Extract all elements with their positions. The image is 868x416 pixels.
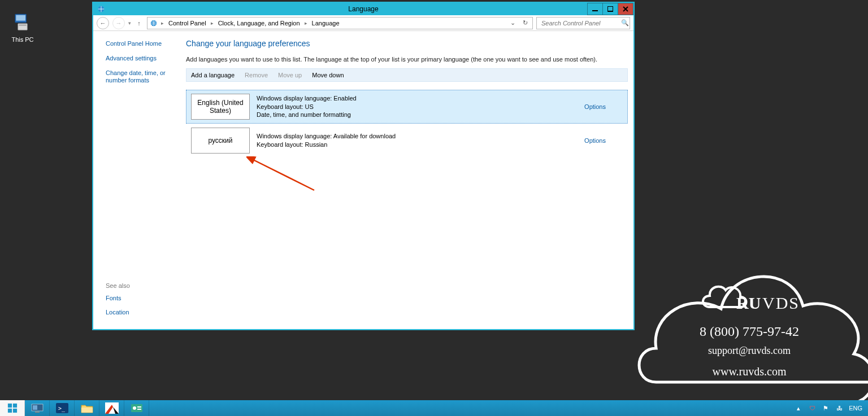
svg-rect-27 — [137, 406, 141, 408]
svg-rect-16 — [7, 409, 11, 413]
language-tile: English (United States) — [191, 94, 250, 120]
language-window: Language ← → ▾ ↑ ▸ Control Panel ▸ Clock… — [92, 2, 635, 330]
svg-text:>_: >_ — [58, 405, 66, 412]
svg-rect-23 — [81, 408, 93, 413]
breadcrumb-control-panel[interactable]: Control Panel — [167, 19, 207, 27]
language-options-link[interactable]: Options — [584, 103, 606, 110]
close-button[interactable] — [618, 3, 633, 15]
main-panel: Change your language preferences Add lan… — [186, 31, 633, 329]
lang-line: Windows display language: Enabled — [257, 94, 584, 103]
refresh-icon[interactable]: ↻ — [520, 17, 530, 29]
tray-lang-indicator[interactable]: ENG — [849, 405, 862, 411]
page-description: Add languages you want to use to this li… — [186, 56, 628, 63]
globe-icon — [150, 19, 158, 27]
sidebar-advanced[interactable]: Advanced settings — [106, 55, 179, 63]
address-bar[interactable]: ▸ Control Panel ▸ Clock, Language, and R… — [147, 17, 533, 29]
chevron-right-icon: ▸ — [210, 20, 215, 26]
cmd-move-down[interactable]: Move down — [312, 72, 344, 78]
maximize-button[interactable] — [602, 3, 618, 15]
window-title: Language — [348, 5, 378, 13]
language-info: Windows display language: Available for … — [257, 132, 584, 149]
forward-button[interactable]: → — [112, 17, 125, 29]
desktop-icon-this-pc[interactable]: This PC — [3, 11, 42, 43]
tray-network-icon[interactable]: 🖧 — [835, 404, 843, 412]
svg-rect-6 — [607, 6, 613, 11]
svg-rect-20 — [35, 411, 40, 413]
cmd-add-language[interactable]: Add a language — [191, 72, 235, 78]
recent-dropdown-icon[interactable]: ▾ — [128, 20, 131, 26]
lang-line: Date, time, and number formatting — [257, 111, 584, 119]
taskbar-kaspersky[interactable] — [99, 400, 124, 416]
svg-rect-19 — [33, 405, 37, 410]
window-icon — [93, 5, 109, 13]
see-also-header: See also — [106, 282, 185, 289]
svg-text:www.ruvds.com: www.ruvds.com — [713, 365, 787, 378]
see-also: See also Fonts Location — [106, 282, 185, 324]
command-bar: Add a language Remove Move up Move down — [186, 68, 628, 82]
language-list: English (United States) Windows display … — [186, 90, 628, 157]
svg-rect-15 — [12, 404, 16, 408]
language-info: Windows display language: Enabled Keyboa… — [257, 94, 584, 120]
svg-rect-1 — [16, 15, 25, 21]
cmd-remove[interactable]: Remove — [245, 72, 268, 78]
language-tile: русский — [191, 128, 250, 154]
page-title: Change your language preferences — [186, 39, 628, 48]
taskbar-powershell[interactable]: >_ — [50, 400, 75, 416]
pc-icon — [11, 11, 34, 34]
lang-line: Keyboard layout: Russian — [257, 141, 584, 149]
svg-point-26 — [133, 406, 136, 410]
search-icon[interactable]: 🔍 — [621, 19, 629, 27]
svg-text:VDS: VDS — [762, 294, 800, 312]
chevron-right-icon: ▸ — [160, 20, 165, 26]
nav-row: ← → ▾ ↑ ▸ Control Panel ▸ Clock, Languag… — [93, 15, 633, 31]
language-row-russian[interactable]: русский Windows display language: Availa… — [186, 124, 628, 157]
sidebar-home[interactable]: Control Panel Home — [106, 40, 179, 48]
svg-rect-3 — [19, 24, 26, 26]
taskbar: >_ ▴ 🛡 ⚑ 🖧 ENG — [0, 400, 868, 416]
tray-security-icon[interactable]: 🛡 — [808, 404, 816, 412]
desktop-icon-label: This PC — [11, 36, 33, 43]
svg-rect-5 — [592, 10, 598, 11]
cmd-move-up[interactable]: Move up — [278, 72, 302, 78]
sidebar-date-formats[interactable]: Change date, time, or number formats — [106, 69, 179, 85]
svg-rect-28 — [137, 409, 141, 410]
svg-text:support@ruvds.com: support@ruvds.com — [708, 345, 791, 356]
language-row-english[interactable]: English (United States) Windows display … — [186, 90, 628, 124]
system-tray: ▴ 🛡 ⚑ 🖧 ENG — [789, 400, 868, 416]
svg-rect-17 — [12, 409, 16, 413]
see-also-fonts[interactable]: Fonts — [106, 295, 185, 303]
address-dropdown-icon[interactable]: ⌄ — [507, 17, 518, 29]
back-button[interactable]: ← — [97, 17, 109, 29]
tray-chevron-up-icon[interactable]: ▴ — [795, 404, 802, 412]
search-box[interactable]: 🔍 — [536, 17, 630, 29]
svg-text:RU: RU — [736, 294, 761, 312]
breadcrumb-language[interactable]: Language — [311, 19, 341, 27]
minimize-button[interactable] — [587, 3, 603, 15]
svg-text:8 (800) 775-97-42: 8 (800) 775-97-42 — [700, 324, 799, 339]
lang-line: Keyboard layout: US — [257, 103, 584, 111]
chevron-right-icon: ▸ — [303, 20, 309, 26]
language-options-link[interactable]: Options — [584, 137, 606, 144]
svg-rect-14 — [7, 404, 11, 408]
taskbar-control-panel[interactable] — [124, 400, 149, 416]
see-also-location[interactable]: Location — [106, 309, 185, 317]
taskbar-server-manager[interactable] — [25, 400, 50, 416]
watermark-cloud: RU VDS 8 (800) 775-97-42 support@ruvds.c… — [628, 241, 868, 405]
search-input[interactable] — [540, 19, 621, 27]
breadcrumb-clock-lang[interactable]: Clock, Language, and Region — [217, 19, 301, 27]
lang-line: Windows display language: Available for … — [257, 132, 584, 141]
titlebar[interactable]: Language — [93, 3, 633, 15]
tray-flag-icon[interactable]: ⚑ — [822, 404, 830, 412]
start-button[interactable] — [0, 400, 25, 416]
up-button[interactable]: ↑ — [134, 20, 144, 27]
taskbar-explorer[interactable] — [75, 400, 99, 416]
